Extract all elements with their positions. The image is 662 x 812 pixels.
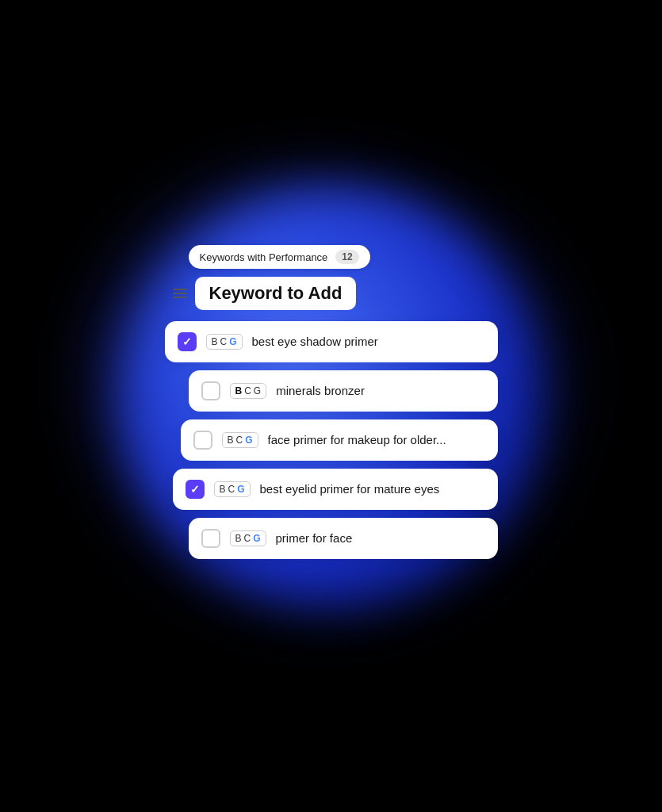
keyword-row[interactable]: BCGface primer for makeup for older... (181, 419, 498, 461)
keyword-to-add-section: Keyword to Add (173, 277, 498, 310)
keyword-row[interactable]: BCGprimer for face (189, 518, 498, 559)
hamburger-icon (173, 289, 187, 298)
keyword-checkbox[interactable] (201, 529, 220, 548)
keyword-row[interactable]: BCGbest eyelid primer for mature eyes (173, 469, 498, 510)
source-badges: BCG (206, 334, 243, 350)
section-title: Keyword to Add (195, 277, 357, 310)
keyword-text: minerals bronzer (276, 383, 365, 399)
keyword-text: best eye shadow primer (252, 334, 378, 350)
source-badges: BCG (230, 530, 266, 546)
keywords-performance-badge: Keywords with Performance 12 (189, 245, 370, 269)
badge-label: Keywords with Performance (200, 251, 328, 263)
badge-count: 12 (335, 250, 358, 264)
keyword-text: face primer for makeup for older... (268, 432, 446, 448)
source-badges: BCG (230, 383, 267, 399)
keyword-checkbox[interactable] (201, 381, 220, 400)
keyword-row[interactable]: BCGminerals bronzer (189, 370, 498, 412)
keyword-checkbox[interactable] (193, 431, 212, 450)
keyword-text: primer for face (276, 530, 353, 546)
source-badges: BCG (222, 432, 258, 448)
keyword-text: best eyelid primer for mature eyes (260, 481, 440, 497)
keyword-list: BCGbest eye shadow primerBCGminerals bro… (165, 321, 498, 567)
source-badges: BCG (214, 481, 251, 497)
keyword-row[interactable]: BCGbest eye shadow primer (165, 321, 498, 362)
keyword-checkbox[interactable] (186, 480, 205, 499)
keyword-checkbox[interactable] (178, 332, 197, 351)
